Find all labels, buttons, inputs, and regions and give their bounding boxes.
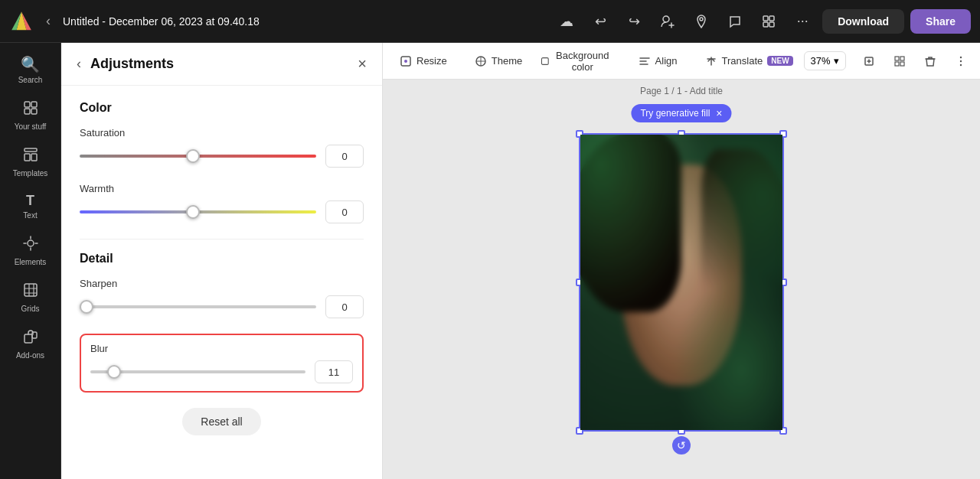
topbar-icons: ↩ ↪ ·· bbox=[586, 8, 971, 35]
sidebar-item-templates[interactable]: Templates bbox=[5, 140, 57, 184]
undo-button[interactable]: ↩ bbox=[586, 8, 614, 35]
sidebar-item-templates-label: Templates bbox=[13, 169, 48, 178]
svg-rect-18 bbox=[24, 284, 37, 296]
sidebar-item-grids[interactable]: Grids bbox=[5, 275, 57, 319]
align-label: Align bbox=[655, 55, 678, 67]
sidebar-item-elements[interactable]: Elements bbox=[5, 229, 57, 272]
svg-point-32 bbox=[959, 64, 961, 65]
canvas-content: Page 1 / 1 - Add title Try generative fi… bbox=[383, 80, 980, 479]
resize-button[interactable]: Resize bbox=[392, 51, 455, 72]
adj-header: ‹ Adjustments × bbox=[61, 43, 382, 86]
saturation-value[interactable]: 0 bbox=[325, 145, 364, 168]
align-button[interactable]: Align bbox=[631, 51, 685, 72]
share-button[interactable]: Share bbox=[910, 9, 971, 34]
redo-button[interactable]: ↪ bbox=[620, 8, 648, 35]
bg-color-button[interactable]: Background color bbox=[533, 45, 618, 77]
svg-rect-9 bbox=[769, 22, 774, 27]
saturation-slider-wrap[interactable] bbox=[80, 148, 316, 164]
svg-rect-26 bbox=[895, 57, 899, 60]
restore-button[interactable]: ↺ bbox=[672, 436, 691, 455]
adj-content: Color Saturation 0 Warmth bbox=[61, 86, 382, 463]
bg-color-label: Background color bbox=[554, 50, 611, 73]
svg-rect-11 bbox=[31, 102, 37, 107]
addons-icon bbox=[22, 328, 39, 349]
page-nav-button[interactable] bbox=[855, 51, 883, 72]
photo-background bbox=[580, 135, 782, 430]
warmth-thumb[interactable] bbox=[186, 205, 200, 219]
comment-button[interactable] bbox=[721, 8, 749, 35]
svg-rect-19 bbox=[24, 334, 32, 343]
blur-thumb[interactable] bbox=[107, 365, 121, 379]
download-button[interactable]: Download bbox=[822, 9, 904, 34]
sidebar-item-search-label: Search bbox=[18, 76, 43, 84]
svg-rect-12 bbox=[24, 109, 30, 114]
resize-label: Resize bbox=[416, 55, 447, 67]
location-button[interactable] bbox=[688, 8, 715, 35]
blur-label: Blur bbox=[90, 343, 353, 354]
image-container[interactable]: Try generative fill × bbox=[579, 133, 784, 432]
grid-view-button[interactable] bbox=[886, 51, 913, 72]
reset-all-button[interactable]: Reset all bbox=[182, 408, 260, 435]
svg-rect-28 bbox=[895, 62, 899, 66]
warmth-label: Warmth bbox=[80, 183, 364, 194]
sharpen-control: Sharpen 0 bbox=[80, 278, 364, 318]
warmth-track bbox=[80, 210, 316, 213]
warmth-slider-wrap[interactable] bbox=[80, 204, 316, 220]
main-area: 🔍 Search Your stuff bbox=[0, 43, 980, 479]
more-button[interactable]: ··· bbox=[789, 8, 816, 35]
section-divider-1 bbox=[80, 239, 364, 240]
generative-fill-badge: Try generative fill × bbox=[631, 104, 731, 122]
warmth-control: Warmth 0 bbox=[80, 183, 364, 223]
svg-rect-27 bbox=[900, 57, 904, 60]
svg-point-17 bbox=[28, 240, 34, 246]
left-sidebar: 🔍 Search Your stuff bbox=[0, 43, 61, 479]
delete-button[interactable] bbox=[916, 51, 944, 72]
svg-rect-6 bbox=[763, 16, 768, 21]
toolbar-right bbox=[855, 51, 975, 72]
more-options-button[interactable] bbox=[947, 51, 975, 72]
sharpen-slider-row: 0 bbox=[80, 295, 364, 318]
detail-section-title: Detail bbox=[80, 252, 364, 266]
back-button[interactable]: ‹ bbox=[40, 10, 57, 32]
svg-rect-8 bbox=[763, 22, 768, 27]
cloud-save-button[interactable]: ☁ bbox=[553, 8, 580, 35]
blur-slider-wrap[interactable] bbox=[90, 364, 305, 380]
blur-value[interactable]: 11 bbox=[315, 360, 353, 383]
sharpen-value[interactable]: 0 bbox=[325, 295, 364, 318]
blur-slider-row: 11 bbox=[90, 360, 353, 383]
adj-panel-title: Adjustments bbox=[90, 56, 348, 72]
sidebar-item-your-stuff[interactable]: Your stuff bbox=[5, 93, 57, 137]
svg-rect-16 bbox=[31, 154, 37, 161]
templates-icon bbox=[22, 146, 39, 167]
collab-button[interactable] bbox=[755, 8, 782, 35]
text-icon: T bbox=[26, 193, 34, 209]
saturation-thumb[interactable] bbox=[186, 149, 200, 163]
photo-image bbox=[580, 135, 782, 430]
zoom-control[interactable]: 37% ▾ bbox=[804, 51, 846, 70]
adj-back-button[interactable]: ‹ bbox=[77, 56, 81, 72]
svg-rect-7 bbox=[769, 16, 774, 21]
saturation-track bbox=[80, 155, 316, 158]
theme-label: Theme bbox=[492, 55, 522, 67]
sidebar-item-search[interactable]: 🔍 Search bbox=[5, 49, 57, 90]
theme-button[interactable]: Theme bbox=[467, 51, 530, 72]
sidebar-item-addons[interactable]: Add-ons bbox=[5, 322, 57, 366]
add-user-button[interactable] bbox=[654, 8, 681, 35]
generative-fill-close-button[interactable]: × bbox=[716, 108, 722, 119]
saturation-label: Saturation bbox=[80, 127, 364, 138]
canvas-area: Resize Theme Background color bbox=[383, 43, 980, 479]
sharpen-thumb[interactable] bbox=[80, 300, 93, 314]
svg-point-4 bbox=[663, 16, 669, 22]
doc-title: Untitled - December 06, 2023 at 09.40.18 bbox=[63, 15, 547, 28]
translate-button[interactable]: Translate NEW bbox=[697, 51, 801, 72]
sidebar-item-text[interactable]: T Text bbox=[5, 187, 57, 226]
adj-close-button[interactable]: × bbox=[358, 55, 367, 73]
svg-rect-14 bbox=[24, 148, 37, 152]
warmth-value[interactable]: 0 bbox=[325, 200, 364, 223]
blur-track bbox=[90, 370, 305, 373]
logo bbox=[9, 9, 34, 34]
sharpen-track bbox=[80, 305, 316, 308]
photo-frame[interactable] bbox=[579, 133, 784, 432]
svg-point-5 bbox=[700, 18, 703, 21]
sharpen-slider-wrap[interactable] bbox=[80, 299, 316, 314]
